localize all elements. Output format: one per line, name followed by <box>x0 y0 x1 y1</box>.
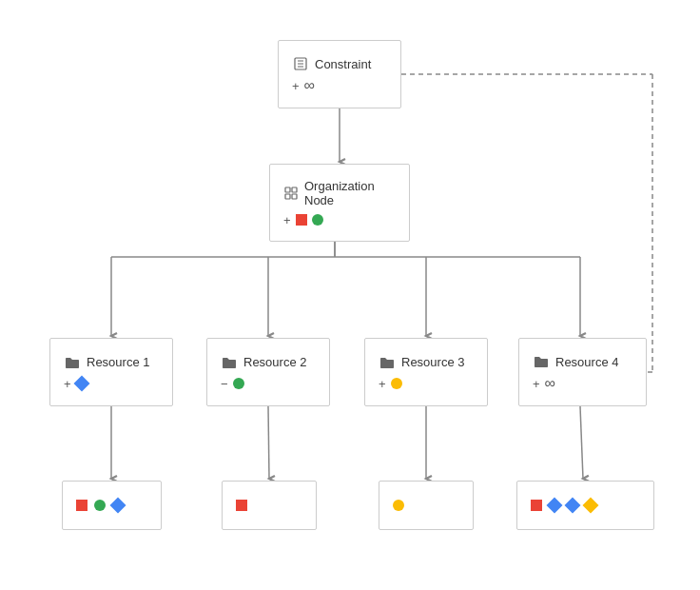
resource1-diamond-blue <box>73 376 89 392</box>
resource2-content: − <box>221 377 244 391</box>
resource2-label: Resource 2 <box>243 355 306 369</box>
resource2-minus: − <box>221 377 228 391</box>
result3-node <box>379 481 474 530</box>
resource2-header: Resource 2 <box>221 354 306 371</box>
folder-icon-4 <box>533 353 550 370</box>
resource4-content: + ∞ <box>533 376 555 391</box>
resource4-plus: + <box>533 377 540 391</box>
folder-icon-1 <box>64 354 81 371</box>
result2-square-red <box>236 500 247 511</box>
svg-rect-23 <box>285 194 290 199</box>
resource3-label: Resource 3 <box>401 355 464 369</box>
resource1-label: Resource 1 <box>87 355 149 369</box>
org-header: Organization Node <box>283 179 396 207</box>
result1-circle-green <box>94 500 106 511</box>
folder-icon-2 <box>221 354 238 371</box>
result2-node <box>222 481 317 530</box>
resource3-plus: + <box>379 377 386 391</box>
resource3-content: + <box>379 377 402 391</box>
resource2-node: Resource 2 − <box>206 338 330 406</box>
resource4-label: Resource 4 <box>555 355 618 369</box>
result1-node <box>62 481 162 530</box>
svg-rect-21 <box>285 187 290 192</box>
resource1-plus: + <box>64 377 71 391</box>
grid-icon <box>283 185 299 202</box>
resource4-infinity: ∞ <box>545 376 555 391</box>
svg-rect-22 <box>292 187 297 192</box>
result4-node <box>516 481 654 530</box>
result4-square-red <box>531 500 542 511</box>
result1-square-red <box>76 500 88 511</box>
org-node: Organization Node + <box>269 164 410 242</box>
resource1-node: Resource 1 + <box>49 338 173 406</box>
result4-content <box>531 500 596 511</box>
org-content: + <box>283 213 323 227</box>
resource3-header: Resource 3 <box>379 354 464 371</box>
result3-content <box>393 500 404 511</box>
constraint-label: Constraint <box>315 57 371 71</box>
org-square-red <box>296 214 307 226</box>
org-plus: + <box>283 213 291 227</box>
constraint-infinity: ∞ <box>304 78 315 93</box>
resource1-header: Resource 1 <box>64 354 149 371</box>
constraint-content: + ∞ <box>292 78 315 93</box>
result3-circle-yellow <box>393 500 404 511</box>
resource3-circle-yellow <box>391 378 402 389</box>
list-icon <box>292 55 309 72</box>
resource2-circle-green <box>233 378 244 389</box>
resource3-node: Resource 3 + <box>364 338 488 406</box>
org-label: Organization Node <box>304 179 396 207</box>
result1-content <box>76 500 124 511</box>
svg-line-13 <box>580 406 583 479</box>
constraint-node: Constraint + ∞ <box>278 40 401 108</box>
constraint-plus: + <box>292 79 300 93</box>
svg-rect-24 <box>292 194 297 199</box>
org-circle-green <box>312 214 323 226</box>
result1-diamond-blue <box>110 498 126 514</box>
result4-diamond-blue-2 <box>565 498 581 514</box>
result4-diamond-yellow <box>583 498 599 514</box>
resource4-node: Resource 4 + ∞ <box>518 338 647 406</box>
diagram-container: Constraint + ∞ Organization Node + <box>0 0 700 590</box>
result4-diamond-blue-1 <box>547 498 563 514</box>
resource4-header: Resource 4 <box>533 353 618 370</box>
constraint-header: Constraint <box>292 55 371 72</box>
resource1-content: + <box>64 377 88 391</box>
folder-icon-3 <box>379 354 396 371</box>
svg-line-11 <box>268 406 269 479</box>
result2-content <box>236 500 247 511</box>
